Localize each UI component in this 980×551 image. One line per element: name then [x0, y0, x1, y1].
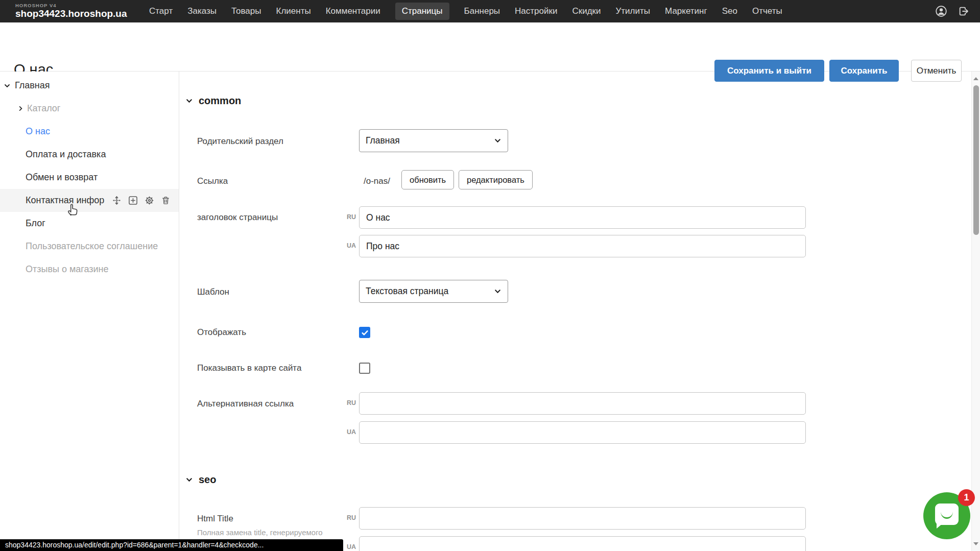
vertical-scrollbar[interactable] [971, 71, 980, 551]
lang-ru-badge: RU [343, 514, 356, 521]
parent-section-value: Главная [366, 135, 400, 146]
html-title-label: Html Title [197, 514, 233, 524]
lang-ua-badge: UA [343, 428, 356, 436]
sidebar-item-oplata[interactable]: Оплата и доставка [0, 143, 179, 166]
cancel-button[interactable]: Отменить [911, 60, 962, 82]
display-label: Отображать [197, 327, 246, 338]
template-label: Шаблон [197, 287, 229, 297]
tree-item-actions [111, 195, 171, 206]
topmenu-comments[interactable]: Комментарии [326, 6, 380, 16]
logout-icon[interactable] [958, 6, 969, 17]
link-edit-button[interactable]: редактировать [459, 170, 533, 189]
sidebar-item-label: Каталог [27, 103, 60, 114]
check-icon [361, 329, 369, 337]
page-title-ua-input[interactable] [359, 235, 806, 257]
sidebar-item-o-nas[interactable]: О нас [0, 120, 179, 143]
save-and-exit-button[interactable]: Сохранить и выйти [714, 60, 824, 82]
page-title-ru-input[interactable] [359, 206, 806, 229]
lang-ua-badge: UA [343, 543, 356, 550]
alt-link-label: Альтернативная ссылка [197, 399, 294, 409]
section-seo-header[interactable]: seo [185, 474, 216, 486]
brand-version-label: HOROSHOP V4 [15, 3, 127, 8]
display-checkbox[interactable] [359, 327, 370, 338]
parent-section-label: Родительский раздел [197, 136, 283, 147]
topmenu-clients[interactable]: Клиенты [276, 6, 311, 16]
html-title-ua-input[interactable] [359, 536, 806, 551]
topbar-icons [936, 0, 969, 22]
html-title-ru-input[interactable] [359, 507, 806, 530]
chevron-down-icon [185, 97, 193, 105]
add-icon[interactable] [128, 195, 138, 206]
sidebar-item-label: Обмен и возврат [26, 172, 98, 183]
chat-bubble-icon [935, 504, 959, 525]
sidebar-item-label: О нас [26, 126, 50, 137]
select-caret-icon [494, 137, 501, 145]
sidebar-item-soglashenie[interactable]: Пользовательское соглашение [0, 235, 179, 258]
sidebar-item-glavnaya[interactable]: Главная [0, 74, 179, 97]
alt-link-ru-input[interactable] [359, 392, 806, 415]
brand-logo[interactable]: HOROSHOP V4 shop34423.horoshop.ua [15, 3, 127, 19]
sitemap-label: Показывать в карте сайта [197, 363, 301, 373]
topmenu-discounts[interactable]: Скидки [572, 6, 601, 16]
save-button[interactable]: Сохранить [829, 60, 899, 82]
sidebar-item-label: Пользовательское соглашение [26, 241, 158, 252]
lang-ua-badge: UA [343, 242, 356, 249]
chevron-right-icon [17, 105, 24, 112]
scrollbar-thumb[interactable] [973, 85, 979, 235]
lang-ru-badge: RU [343, 399, 356, 406]
section-title: common [199, 95, 241, 107]
sidebar-item-label: Главная [15, 80, 50, 91]
scroll-down-arrow[interactable] [972, 540, 980, 548]
link-path-value: /o-nas/ [364, 176, 390, 186]
sidebar-item-label: Блог [26, 218, 45, 229]
scroll-up-arrow[interactable] [972, 75, 980, 83]
page-header: О нас Сохранить и выйти Сохранить Отмени… [0, 22, 980, 71]
lang-ru-badge: RU [343, 213, 356, 221]
template-select[interactable]: Текстовая страница [359, 280, 508, 303]
sidebar-item-obmen[interactable]: Обмен и возврат [0, 166, 179, 189]
top-navigation-bar: HOROSHOP V4 shop34423.horoshop.ua Старт … [0, 0, 980, 22]
chevron-down-icon [4, 82, 11, 89]
chat-unread-badge: 1 [958, 489, 975, 506]
topmenu-seo[interactable]: Seo [722, 6, 737, 16]
account-icon[interactable] [936, 6, 947, 17]
sidebar-item-otzyvy[interactable]: Отзывы о магазине [0, 258, 179, 281]
sidebar-item-kontaktnaya[interactable]: Контактная инфор [0, 189, 179, 212]
settings-icon[interactable] [144, 195, 155, 206]
topmenu-reports[interactable]: Отчеты [752, 6, 782, 16]
sidebar-item-label: Контактная инфор [26, 195, 104, 206]
link-label: Ссылка [197, 176, 228, 186]
page-title-label: заголовок страницы [197, 212, 278, 223]
pages-tree-sidebar: Главная Каталог О нас Оплата и доставка … [0, 71, 179, 551]
sidebar-item-katalog[interactable]: Каталог [0, 97, 179, 120]
topmenu-banners[interactable]: Баннеры [464, 6, 500, 16]
link-refresh-button[interactable]: обновить [401, 170, 454, 189]
parent-section-select[interactable]: Главная [359, 129, 508, 152]
section-title: seo [199, 474, 216, 486]
delete-icon[interactable] [160, 195, 171, 206]
html-title-hint: Полная замена title, генерируемого [197, 528, 323, 537]
select-caret-icon [494, 288, 501, 295]
section-common-header[interactable]: common [185, 95, 241, 107]
sitemap-checkbox[interactable] [359, 363, 370, 374]
brand-domain-label: shop34423.horoshop.ua [15, 8, 127, 19]
topmenu-pages[interactable]: Страницы [395, 3, 449, 20]
topmenu-start[interactable]: Старт [149, 6, 173, 16]
move-icon[interactable] [111, 195, 122, 206]
sidebar-item-blog[interactable]: Блог [0, 212, 179, 235]
chevron-down-icon [185, 476, 193, 484]
topmenu-marketing[interactable]: Маркетинг [665, 6, 707, 16]
topmenu-orders[interactable]: Заказы [187, 6, 217, 16]
topmenu-utilities[interactable]: Утилиты [616, 6, 651, 16]
topmenu-settings[interactable]: Настройки [515, 6, 557, 16]
alt-link-ua-input[interactable] [359, 421, 806, 444]
sidebar-item-label: Оплата и доставка [26, 149, 106, 160]
topmenu-products[interactable]: Товары [231, 6, 261, 16]
sidebar-item-label: Отзывы о магазине [26, 264, 109, 275]
link-preview-statusbar: shop34423.horoshop.ua/edit/edit.php?id=6… [0, 539, 343, 551]
top-menu: Старт Заказы Товары Клиенты Комментарии … [149, 0, 782, 22]
template-value: Текстовая страница [366, 286, 448, 297]
